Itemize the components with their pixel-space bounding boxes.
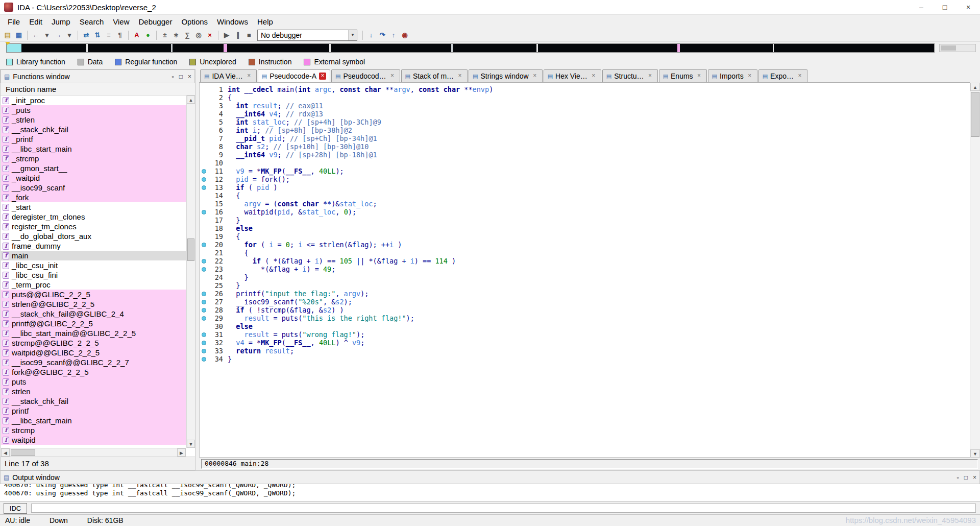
hex-calc-icon[interactable]: ∑ (182, 30, 193, 40)
menu-debugger[interactable]: Debugger (134, 15, 177, 28)
close-icon[interactable]: × (796, 73, 803, 80)
close-icon[interactable]: × (389, 73, 396, 80)
code-line-6[interactable]: 6 int i; // [sp+8h] [bp-38h]@2 (200, 126, 970, 134)
line-dot-icon[interactable] (202, 316, 206, 321)
line-dot-icon[interactable] (202, 259, 206, 264)
float-icon[interactable]: ▫ (957, 474, 959, 481)
function-row[interactable]: f_libc_csu_init (1, 260, 186, 270)
maximize-button[interactable]: □ (933, 0, 957, 15)
back-icon[interactable]: ← (30, 30, 41, 40)
menu-file[interactable]: File (3, 15, 24, 28)
scrollbar-thumb[interactable] (941, 45, 956, 51)
breakpoints-icon[interactable]: ◉ (399, 30, 410, 40)
code-line-26[interactable]: 26 printf("input the flag:", argv); (200, 290, 970, 298)
function-row[interactable]: f__libc_start_main@@GLIBC_2_2_5 (1, 328, 186, 338)
code-line-18[interactable]: 18 else (200, 224, 970, 232)
code-line-13[interactable]: 13 if ( pid ) (200, 183, 970, 192)
tab-strings[interactable]: ▤Strings window× (469, 69, 543, 82)
function-row[interactable]: f_strcmp (1, 154, 186, 163)
functions-vertical-scrollbar[interactable]: ▲ ▼ (186, 95, 195, 448)
line-dot-icon[interactable] (202, 177, 206, 182)
code-line-14[interactable]: 14 { (200, 192, 970, 200)
function-row[interactable]: fwaitpid@@GLIBC_2_2_5 (1, 348, 186, 357)
nav-band-scrollbar[interactable] (939, 44, 976, 52)
function-row[interactable]: f_printf (1, 134, 186, 144)
code-line-31[interactable]: 31 result = puts("wrong flag!"); (200, 330, 970, 339)
scroll-up-icon[interactable]: ▲ (187, 95, 195, 104)
float-icon[interactable]: ▫ (172, 73, 174, 80)
function-row[interactable]: f__libc_start_main (1, 144, 186, 154)
code-line-7[interactable]: 7 __pid_t pid; // [sp+Ch] [bp-34h]@1 (200, 134, 970, 142)
function-row[interactable]: f__stack_chk_fail (1, 396, 186, 406)
close-icon[interactable]: × (746, 73, 753, 80)
menu-help[interactable]: Help (253, 15, 278, 28)
line-dot-icon[interactable] (202, 169, 206, 174)
close-icon[interactable]: × (246, 73, 253, 80)
line-dot-icon[interactable] (202, 300, 206, 304)
command-input[interactable] (31, 504, 976, 513)
close-icon[interactable]: × (456, 73, 463, 80)
nav-band-segment[interactable] (774, 44, 934, 52)
code-line-2[interactable]: 2{ (200, 93, 970, 102)
search-again-icon[interactable]: ● (142, 30, 154, 40)
nav-band-segment[interactable] (224, 44, 227, 52)
function-row[interactable]: fstrcmp@@GLIBC_2_2_5 (1, 338, 186, 348)
rename-icon[interactable]: ≡ (103, 30, 114, 40)
function-row[interactable]: fputs (1, 377, 186, 387)
code-line-34[interactable]: 34} (200, 355, 970, 363)
function-row[interactable]: f_strlen (1, 115, 186, 125)
code-line-32[interactable]: 32 v4 = *MK_FP(__FS__, 40LL) ^ v9; (200, 339, 970, 347)
scrollbar-thumb[interactable] (11, 449, 35, 456)
nav-band-segment[interactable] (331, 44, 451, 52)
edit-struct-icon[interactable]: ∗ (170, 30, 182, 40)
function-row[interactable]: fputs@@GLIBC_2_2_5 (1, 290, 186, 299)
function-row[interactable]: f_libc_csu_fini (1, 270, 186, 280)
search-text-icon[interactable]: A (131, 30, 142, 40)
function-row[interactable]: f_init_proc (1, 95, 186, 105)
code-line-11[interactable]: 11 v9 = *MK_FP(__FS__, 40LL); (200, 167, 970, 175)
function-row[interactable]: fregister_tm_clones (1, 222, 186, 231)
function-row[interactable]: f_start (1, 202, 186, 212)
line-dot-icon[interactable] (202, 292, 206, 296)
function-row[interactable]: f__libc_start_main (1, 416, 186, 425)
code-line-23[interactable]: 23 *(&flag + i) = 49; (200, 265, 970, 273)
function-row[interactable]: f__stack_chk_fail (1, 125, 186, 134)
nav-band-segment[interactable] (21, 44, 86, 52)
function-row[interactable]: f_waitpid (1, 173, 186, 183)
tab-imports[interactable]: ▤Imports× (708, 69, 757, 82)
close-icon[interactable]: × (973, 474, 976, 481)
line-dot-icon[interactable] (202, 341, 206, 345)
step-into-icon[interactable]: ↓ (365, 30, 377, 40)
code-line-1[interactable]: 1int __cdecl main(int argc, const char *… (200, 85, 970, 93)
maximize-icon[interactable]: □ (179, 73, 183, 80)
nav-band-segment[interactable] (227, 44, 329, 52)
line-dot-icon[interactable] (202, 332, 206, 337)
nav-band-segment[interactable] (88, 44, 172, 52)
new-file-icon[interactable]: ▤ (2, 30, 13, 40)
code-line-10[interactable]: 10 (200, 159, 970, 167)
scrollbar-thumb[interactable] (971, 92, 979, 137)
idc-button[interactable]: IDC (4, 503, 27, 514)
step-over-icon[interactable]: ↷ (377, 30, 388, 40)
function-row[interactable]: f_term_proc (1, 280, 186, 290)
function-row[interactable]: fframe_dummy (1, 241, 186, 251)
code-line-30[interactable]: 30 else (200, 322, 970, 330)
line-dot-icon[interactable] (202, 308, 206, 313)
nav-band-segment[interactable] (538, 44, 677, 52)
function-row[interactable]: fwaitpid (1, 435, 186, 445)
nav-band-segment[interactable] (173, 44, 224, 52)
nav-band-segment[interactable] (680, 44, 773, 52)
code-line-33[interactable]: 33 return result; (200, 347, 970, 355)
close-icon[interactable]: × (696, 73, 703, 80)
chevron-down-icon[interactable]: ▼ (348, 30, 357, 40)
scroll-up-icon[interactable]: ▲ (970, 83, 980, 91)
tab-hex-view[interactable]: ▤Hex Vie…× (544, 69, 601, 82)
line-dot-icon[interactable] (202, 185, 206, 190)
menu-edit[interactable]: Edit (24, 15, 47, 28)
output-log[interactable]: 400670: using guessed type int __fastcal… (0, 484, 980, 501)
save-icon[interactable]: ▦ (13, 30, 24, 40)
function-row[interactable]: fprintf@@GLIBC_2_2_5 (1, 319, 186, 328)
menu-jump[interactable]: Jump (47, 15, 75, 28)
function-row[interactable]: fderegister_tm_clones (1, 212, 186, 222)
tab-ida-view[interactable]: ▤IDA Vie…× (200, 69, 257, 82)
